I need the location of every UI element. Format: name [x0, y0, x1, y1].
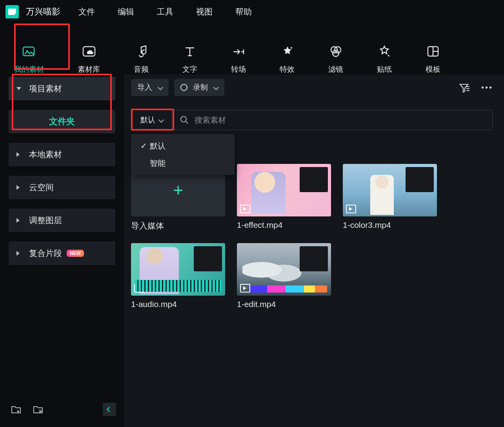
timeline-overlay [250, 285, 327, 293]
media-item[interactable]: 00:00:08 1-audio.mp4 [131, 243, 225, 309]
import-button[interactable]: 导入 [131, 79, 169, 96]
media-thumbnail: 00:00:08 [131, 243, 225, 296]
svg-rect-0 [23, 47, 34, 56]
chevron-down-icon [158, 85, 163, 90]
tab-transition[interactable]: 转场 [231, 38, 246, 74]
media-title: 1-effect.mp4 [237, 220, 331, 230]
media-grid: + 导入媒体 00:00:08 1-effect.mp4 00:00:10 1-… [131, 164, 493, 309]
media-icon [22, 44, 36, 59]
app-logo-icon [5, 5, 19, 18]
video-type-icon [346, 205, 356, 213]
menu-bar: 万兴喵影 文件 编辑 工具 视图 帮助 [0, 0, 504, 24]
media-title: 1-edit.mp4 [237, 300, 331, 309]
media-item[interactable]: 00:00:10 1-color3.mp4 [343, 164, 437, 231]
menu-help[interactable]: 帮助 [235, 6, 252, 17]
video-type-icon [240, 205, 250, 213]
template-icon [426, 44, 440, 59]
chevron-down-icon [158, 117, 164, 123]
effects-icon [280, 44, 295, 59]
tab-stickers[interactable]: 贴纸 [377, 38, 392, 74]
sidebar-item-compound[interactable]: 复合片段NEW [9, 242, 115, 265]
sidebar-item-adjust[interactable]: 调整图层 [9, 209, 115, 232]
dropdown-item-smart[interactable]: 智能 [131, 154, 235, 172]
record-button[interactable]: 录制 [174, 79, 224, 96]
remove-folder-icon[interactable] [32, 403, 44, 415]
tab-templates[interactable]: 模板 [426, 38, 440, 74]
collapse-sidebar-button[interactable] [103, 403, 116, 416]
svg-point-3 [291, 47, 292, 49]
menu-view[interactable]: 视图 [196, 6, 213, 17]
tab-effects[interactable]: 特效 [280, 38, 295, 74]
tab-my-media[interactable]: 我的素材 [14, 38, 44, 74]
tab-stock[interactable]: 素材库 [78, 38, 100, 74]
search-input[interactable] [195, 116, 493, 125]
content-area: 导入 录制 ••• 默认 ✓默认 智能 + 导入媒体 00:00:08 [124, 74, 504, 427]
text-icon [182, 44, 197, 59]
media-thumbnail: 00:00:08 [237, 243, 331, 296]
chevron-down-icon [213, 85, 219, 90]
tab-filters[interactable]: 滤镜 [328, 38, 343, 74]
cloud-icon [82, 44, 96, 59]
filters-icon [328, 44, 343, 59]
menu-file[interactable]: 文件 [78, 6, 95, 17]
media-thumbnail: 00:00:08 [237, 164, 331, 216]
sidebar-item-local[interactable]: 本地素材 [9, 143, 115, 166]
dropdown-item-default[interactable]: ✓默认 [131, 137, 235, 154]
sidebar: 项目素材 文件夹 本地素材 云空间 调整图层 复合片段NEW [0, 74, 124, 427]
audio-waveform [135, 280, 221, 292]
search-icon [180, 116, 188, 124]
sidebar-item-cloud[interactable]: 云空间 [9, 176, 115, 199]
more-icon[interactable]: ••• [481, 83, 493, 92]
search-box[interactable] [172, 110, 493, 130]
sidebar-item-folder[interactable]: 文件夹 [9, 110, 115, 133]
menu-tools[interactable]: 工具 [157, 6, 173, 17]
plus-icon: + [173, 180, 183, 200]
music-icon [134, 44, 149, 59]
svg-point-8 [181, 116, 186, 122]
filter-icon[interactable] [459, 82, 469, 93]
sidebar-item-project[interactable]: 项目素材 [9, 77, 115, 100]
media-thumbnail: 00:00:10 [343, 164, 437, 216]
sort-dropdown-menu: ✓默认 智能 [131, 134, 235, 175]
video-type-icon [240, 284, 250, 293]
tab-text[interactable]: 文字 [182, 38, 197, 74]
sort-dropdown-button[interactable]: 默认 [131, 110, 172, 130]
media-title: 1-color3.mp4 [343, 220, 437, 230]
transition-icon [231, 44, 246, 59]
media-item[interactable]: 00:00:08 1-effect.mp4 [237, 164, 331, 231]
new-badge: NEW [67, 250, 84, 257]
check-icon: ✓ [140, 141, 150, 151]
add-folder-icon[interactable] [10, 403, 22, 415]
sticker-icon [377, 44, 392, 59]
tool-tabs: 我的素材 素材库 音频 文字 转场 特效 滤镜 贴纸 模板 [0, 24, 504, 74]
tab-audio[interactable]: 音频 [134, 38, 149, 74]
menu-edit[interactable]: 编辑 [118, 6, 134, 17]
app-name: 万兴喵影 [26, 6, 60, 18]
media-item[interactable]: 00:00:08 1-edit.mp4 [237, 243, 331, 309]
media-title: 1-audio.mp4 [131, 300, 225, 309]
